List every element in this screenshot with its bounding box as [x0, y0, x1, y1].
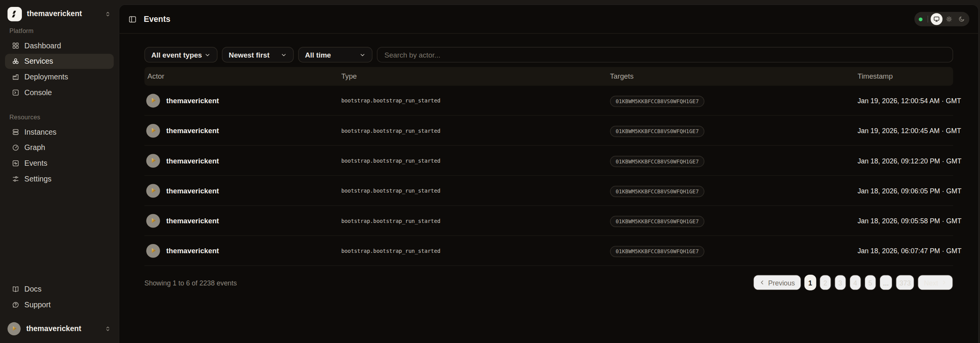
events-table: Actor Type Targets Timestamp themaverick…: [144, 67, 953, 266]
chevrons-up-down-icon: [104, 325, 111, 332]
pagination-page-4[interactable]: 4: [849, 275, 861, 290]
workspace-switcher[interactable]: themaverickent: [8, 6, 112, 21]
event-type: bootstrap.bootstrap_run_started: [338, 218, 607, 224]
sidebar-item-label: Settings: [25, 175, 52, 183]
table-row[interactable]: themaverickent bootstrap.bootstrap_run_s…: [144, 116, 953, 146]
time-range-filter-label: All time: [305, 51, 331, 59]
sort-filter[interactable]: Newest first: [222, 47, 294, 63]
user-name: themaverickent: [26, 324, 98, 333]
previous-label: Previous: [768, 279, 795, 286]
chevron-left-icon: [759, 280, 765, 285]
sidebar-item-graph[interactable]: Graph: [5, 140, 114, 155]
sidebar-item-instances[interactable]: Instances: [5, 125, 114, 140]
event-timestamp: Jan 18, 2026, 09:05:58 PM · GMT: [854, 217, 961, 224]
sidebar-item-services[interactable]: Services: [5, 54, 114, 69]
event-type: bootstrap.bootstrap_run_started: [338, 97, 607, 104]
event-timestamp: Jan 19, 2026, 12:00:45 AM · GMT: [854, 127, 961, 134]
chevron-right-icon: [941, 280, 947, 285]
target-badge: 01KBWM5KKBFCCB8VS0WFQH1GE7: [610, 155, 704, 167]
table-row[interactable]: themaverickent bootstrap.bootstrap_run_s…: [144, 236, 953, 266]
pagination-page-1[interactable]: 1: [804, 275, 816, 290]
search-input[interactable]: [377, 47, 953, 63]
main-card: Events All event types: [119, 4, 979, 343]
chevron-down-icon: [204, 52, 210, 58]
sidebar-item-docs[interactable]: Docs: [5, 282, 114, 297]
sidebar-section-label: Resources: [9, 114, 109, 121]
chevrons-up-down-icon: [104, 10, 111, 17]
event-type-filter[interactable]: All event types: [144, 47, 218, 63]
theme-dark-button[interactable]: [955, 13, 967, 25]
actor-avatar: [146, 94, 160, 107]
event-timestamp: Jan 19, 2026, 12:00:54 AM · GMT: [854, 97, 961, 104]
sidebar-nav: PlatformDashboardServicesDeploymentsCons…: [0, 21, 119, 187]
monitor-icon: [933, 16, 940, 23]
sidebar-item-dashboard[interactable]: Dashboard: [5, 38, 114, 53]
pagination-page-3[interactable]: 3: [834, 275, 846, 290]
event-timestamp: Jan 18, 2026, 06:07:47 PM · GMT: [854, 247, 961, 254]
time-range-filter[interactable]: All time: [298, 47, 373, 63]
filter-bar: All event types Newest first All time: [144, 47, 953, 63]
results-summary: Showing 1 to 6 of 2238 events: [144, 279, 237, 286]
next-label: Next: [924, 279, 938, 286]
sidebar-item-deployments[interactable]: Deployments: [5, 69, 114, 84]
app-root: themaverickent PlatformDashboardServices…: [0, 0, 980, 343]
workspace-name: themaverickent: [27, 9, 99, 18]
workspace-logo-icon: [8, 7, 22, 21]
sidebar-item-label: Console: [25, 88, 52, 97]
deployments-icon: [12, 73, 20, 81]
moon-icon: [958, 16, 965, 23]
target-badge: 01KBWM5KKBFCCB8VS0WFQH1GE7: [610, 125, 704, 137]
sidebar-item-console[interactable]: Console: [5, 85, 114, 100]
console-icon: [12, 89, 20, 97]
previous-page-button[interactable]: Previous: [753, 275, 801, 290]
pagination-page-2[interactable]: 2: [819, 275, 831, 290]
table-body: themaverickent bootstrap.bootstrap_run_s…: [144, 86, 953, 266]
actor-name: themaverickent: [166, 157, 219, 165]
dashboard-icon: [12, 42, 20, 49]
panel-left-icon[interactable]: [128, 15, 137, 23]
event-type: bootstrap.bootstrap_run_started: [338, 247, 607, 254]
actor-avatar: [146, 124, 160, 137]
column-header-timestamp: Timestamp: [854, 73, 953, 80]
pagination-ellipsis[interactable]: ...: [879, 275, 893, 290]
event-type-filter-label: All event types: [151, 51, 202, 59]
actor-name: themaverickent: [166, 127, 219, 134]
event-type: bootstrap.bootstrap_run_started: [338, 187, 607, 193]
table-footer: Showing 1 to 6 of 2238 events Previous 1…: [144, 275, 953, 290]
sidebar-item-label: Services: [25, 57, 53, 66]
events-icon: [12, 160, 20, 167]
theme-switcher: [914, 12, 970, 26]
pagination-page-5[interactable]: 5: [864, 275, 876, 290]
status-dot: [919, 17, 923, 21]
actor-avatar: [146, 184, 160, 198]
page-header: Events: [119, 5, 978, 34]
sort-filter-label: Newest first: [229, 51, 269, 59]
actor-avatar: [146, 214, 160, 228]
events-content: All event types Newest first All time Ac…: [119, 47, 978, 290]
theme-system-button[interactable]: [931, 13, 942, 25]
table-row[interactable]: themaverickent bootstrap.bootstrap_run_s…: [144, 176, 953, 206]
actor-avatar: [146, 244, 160, 257]
table-row[interactable]: themaverickent bootstrap.bootstrap_run_s…: [144, 146, 953, 176]
pagination-page-373[interactable]: 373: [896, 275, 915, 290]
event-type: bootstrap.bootstrap_run_started: [338, 157, 607, 163]
user-menu[interactable]: themaverickent: [8, 320, 112, 337]
table-row[interactable]: themaverickent bootstrap.bootstrap_run_s…: [144, 206, 953, 236]
chevron-down-icon: [359, 52, 366, 58]
event-type: bootstrap.bootstrap_run_started: [338, 127, 607, 134]
table-row[interactable]: themaverickent bootstrap.bootstrap_run_s…: [144, 86, 953, 115]
sun-icon: [946, 16, 952, 23]
next-page-button[interactable]: Next: [918, 275, 953, 290]
actor-avatar: [146, 153, 160, 167]
sidebar-item-settings[interactable]: Settings: [5, 172, 114, 186]
sidebar: themaverickent PlatformDashboardServices…: [0, 0, 119, 343]
actor-name: themaverickent: [166, 217, 219, 224]
sidebar-item-support[interactable]: Support: [5, 297, 114, 312]
instances-icon: [12, 128, 20, 136]
target-badge: 01KBWM5KKBFCCB8VS0WFQH1GE7: [610, 186, 704, 197]
sidebar-item-events[interactable]: Events: [5, 156, 114, 171]
sidebar-section-label: Platform: [9, 28, 109, 35]
support-icon: [12, 301, 20, 308]
theme-light-button[interactable]: [943, 13, 955, 25]
sidebar-item-label: Dashboard: [25, 41, 61, 50]
